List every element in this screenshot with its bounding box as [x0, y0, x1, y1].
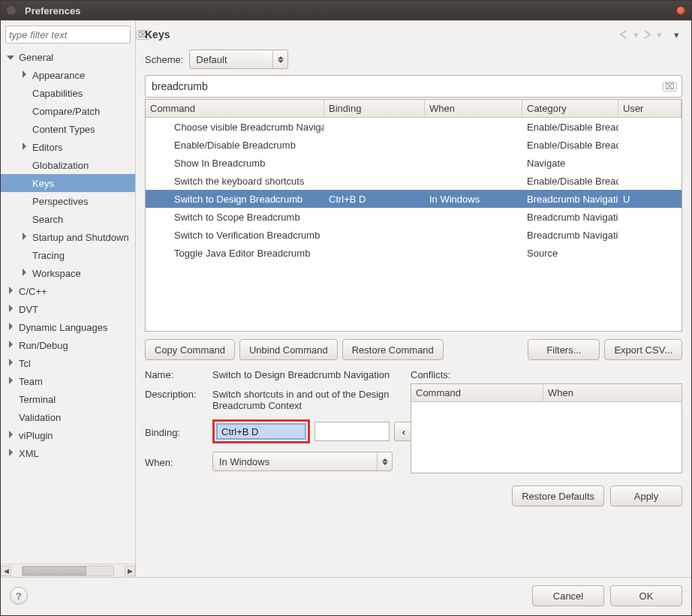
chevron-right-icon[interactable] — [5, 341, 16, 350]
table-cell — [618, 214, 681, 220]
conflict-col-when[interactable]: When — [543, 384, 681, 401]
titlebar[interactable]: Preferences — [1, 1, 691, 20]
binding-extra-input[interactable] — [314, 422, 390, 441]
tree-item[interactable]: Editors — [1, 138, 135, 156]
tree-item-label: General — [16, 52, 53, 63]
table-cell — [425, 232, 522, 238]
page-title: Keys — [145, 29, 170, 41]
col-binding[interactable]: Binding — [324, 100, 425, 117]
table-row[interactable]: Toggle Java Editor BreadcrumbSource — [146, 244, 681, 262]
tree-item[interactable]: Validation — [1, 408, 135, 426]
tree-item[interactable]: Capabilities — [1, 84, 135, 102]
chevron-right-icon[interactable] — [19, 143, 29, 152]
tree-item[interactable]: DVT — [1, 300, 135, 318]
cancel-button[interactable]: Cancel — [532, 585, 604, 606]
tree-item[interactable]: Tcl — [1, 354, 135, 372]
tree-item[interactable]: Compare/Patch — [1, 102, 135, 120]
binding-input[interactable]: Ctrl+B D — [216, 423, 306, 440]
tree-item[interactable]: Perspectives — [1, 192, 135, 210]
tree-item[interactable]: Search — [1, 210, 135, 228]
when-combo[interactable]: In Windows — [212, 452, 393, 471]
tree-item[interactable]: Appearance — [1, 66, 135, 84]
tree-item[interactable]: Startup and Shutdown — [1, 228, 135, 246]
close-icon[interactable] — [676, 6, 685, 15]
combo-stepper-icon[interactable] — [377, 452, 392, 470]
tree-item[interactable]: viPlugin — [1, 426, 135, 444]
combo-stepper-icon[interactable] — [272, 50, 287, 68]
chevron-left-icon: ‹ — [402, 426, 405, 437]
scroll-left-icon[interactable]: ◀ — [1, 566, 11, 576]
table-row[interactable]: Enable/Disable BreadcrumbEnable/Disable … — [146, 136, 681, 154]
export-csv-button[interactable]: Export CSV... — [604, 339, 682, 360]
chevron-right-icon[interactable] — [5, 359, 16, 368]
tree-item-label: Perspectives — [29, 196, 88, 207]
table-row[interactable]: Switch to Verification BreadcrumbBreadcr… — [146, 226, 681, 244]
tree-filter-input[interactable] — [9, 29, 136, 41]
tree-item-label: XML — [16, 448, 39, 459]
back-icon[interactable] — [618, 29, 630, 40]
tree-filter[interactable]: ⌧ — [5, 26, 131, 44]
preferences-tree[interactable]: GeneralAppearanceCapabilitiesCompare/Pat… — [1, 47, 135, 563]
apply-button[interactable]: Apply — [610, 485, 682, 506]
horizontal-scrollbar[interactable]: ◀ ▶ — [1, 563, 135, 577]
table-cell: In Windows — [425, 191, 522, 208]
conflicts-table[interactable]: Command When — [411, 383, 682, 473]
scroll-right-icon[interactable]: ▶ — [125, 566, 135, 576]
clear-icon[interactable]: ⌧ — [663, 82, 677, 92]
chevron-right-icon[interactable] — [5, 377, 16, 386]
keys-search-input[interactable] — [152, 80, 663, 92]
tree-item[interactable]: Globalization — [1, 156, 135, 174]
tree-item[interactable]: Terminal — [1, 390, 135, 408]
chevron-right-icon[interactable] — [19, 269, 29, 278]
chevron-right-icon[interactable] — [5, 305, 16, 314]
col-user[interactable]: User — [618, 100, 681, 117]
filters-button[interactable]: Filters... — [528, 339, 600, 360]
chevron-right-icon[interactable] — [19, 233, 29, 242]
tree-item[interactable]: Dynamic Languages — [1, 318, 135, 336]
table-row[interactable]: Show In BreadcrumbNavigate — [146, 154, 681, 172]
col-command[interactable]: Command — [146, 100, 324, 117]
tree-item[interactable]: XML — [1, 444, 135, 462]
table-cell: Ctrl+B D — [324, 191, 425, 208]
tree-item[interactable]: Keys — [1, 174, 135, 192]
table-cell: Switch to Verification Breadcrumb — [146, 227, 324, 244]
forward-icon[interactable] — [642, 29, 654, 40]
ok-button[interactable]: OK — [610, 585, 682, 606]
scrollbar-thumb[interactable] — [23, 566, 86, 575]
tree-item[interactable]: Tracing — [1, 246, 135, 264]
menu-dropdown-icon[interactable]: ▾ — [674, 29, 679, 41]
col-category[interactable]: Category — [522, 100, 618, 117]
table-cell — [324, 232, 425, 238]
keys-search[interactable]: ⌧ — [145, 75, 682, 98]
col-when[interactable]: When — [425, 100, 522, 117]
dialog-footer: ? Cancel OK — [1, 577, 691, 615]
chevron-right-icon[interactable] — [5, 431, 16, 440]
table-row[interactable]: Choose visible Breadcrumb NavigationEnab… — [146, 118, 681, 136]
tree-item[interactable]: Team — [1, 372, 135, 390]
chevron-right-icon[interactable] — [5, 323, 16, 332]
restore-defaults-button[interactable]: Restore Defaults — [512, 485, 604, 506]
chevron-right-icon[interactable] — [19, 71, 29, 80]
copy-command-button[interactable]: Copy Command — [145, 339, 235, 360]
table-row[interactable]: Switch the keyboard shortcutsEnable/Disa… — [146, 172, 681, 190]
window-button[interactable] — [7, 6, 16, 15]
table-row[interactable]: Switch to Design BreadcrumbCtrl+B DIn Wi… — [146, 190, 681, 208]
scheme-combo[interactable]: Default — [189, 50, 288, 69]
chevron-right-icon[interactable] — [5, 449, 16, 458]
tree-item[interactable]: Content Types — [1, 120, 135, 138]
table-cell — [618, 142, 681, 148]
table-cell — [618, 124, 681, 130]
chevron-right-icon[interactable] — [5, 287, 16, 296]
name-value: Switch to Design Breadcrumb Navigation — [212, 369, 414, 380]
tree-item[interactable]: General — [1, 48, 135, 66]
tree-item[interactable]: Run/Debug — [1, 336, 135, 354]
tree-item[interactable]: Workspace — [1, 264, 135, 282]
unbind-command-button[interactable]: Unbind Command — [239, 339, 338, 360]
table-row[interactable]: Switch to Scope BreadcrumbBreadcrumb Nav… — [146, 208, 681, 226]
keybindings-table[interactable]: Command Binding When Category User Choos… — [145, 99, 682, 332]
chevron-down-icon[interactable] — [5, 53, 16, 62]
conflict-col-command[interactable]: Command — [411, 384, 543, 401]
help-icon[interactable]: ? — [10, 587, 28, 605]
tree-item[interactable]: C/C++ — [1, 282, 135, 300]
restore-command-button[interactable]: Restore Command — [342, 339, 444, 360]
